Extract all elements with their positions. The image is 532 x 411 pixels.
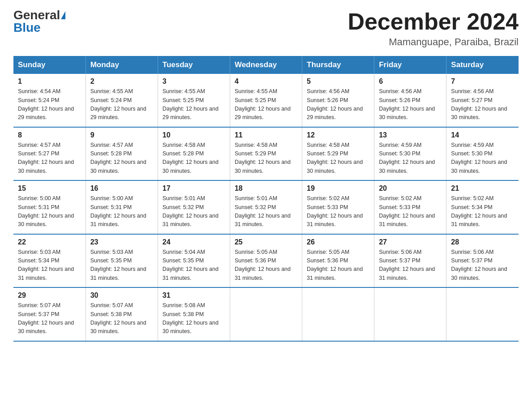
- day-cell: 16Sunrise: 5:00 AMSunset: 5:31 PMDayligh…: [86, 180, 158, 234]
- day-number: 6: [379, 77, 442, 86]
- day-cell: 24Sunrise: 5:04 AMSunset: 5:35 PMDayligh…: [158, 234, 230, 288]
- day-number: 10: [163, 131, 225, 139]
- day-info: Sunrise: 4:56 AMSunset: 5:27 PMDaylight:…: [451, 87, 514, 122]
- day-info: Sunrise: 5:01 AMSunset: 5:32 PMDaylight:…: [163, 194, 225, 229]
- day-cell: 8Sunrise: 4:57 AMSunset: 5:27 PMDaylight…: [13, 127, 86, 181]
- day-info: Sunrise: 5:06 AMSunset: 5:37 PMDaylight:…: [451, 248, 514, 283]
- day-number: 31: [163, 291, 225, 300]
- day-info: Sunrise: 4:55 AMSunset: 5:25 PMDaylight:…: [163, 87, 225, 122]
- day-info: Sunrise: 5:04 AMSunset: 5:35 PMDaylight:…: [163, 248, 225, 283]
- day-number: 24: [163, 238, 225, 246]
- day-cell: [302, 287, 374, 341]
- day-number: 23: [90, 238, 153, 246]
- day-cell: 31Sunrise: 5:08 AMSunset: 5:38 PMDayligh…: [158, 287, 230, 341]
- week-row-5: 29Sunrise: 5:07 AMSunset: 5:37 PMDayligh…: [13, 287, 519, 341]
- page-header: General Blue December 2024 Mamanguape, P…: [13, 9, 519, 48]
- day-number: 9: [90, 131, 153, 139]
- day-number: 29: [18, 291, 81, 300]
- day-info: Sunrise: 4:55 AMSunset: 5:24 PMDaylight:…: [90, 87, 153, 122]
- day-number: 13: [379, 131, 442, 139]
- day-cell: 13Sunrise: 4:59 AMSunset: 5:30 PMDayligh…: [374, 127, 446, 181]
- day-number: 17: [163, 184, 225, 193]
- day-cell: 17Sunrise: 5:01 AMSunset: 5:32 PMDayligh…: [158, 180, 230, 234]
- day-info: Sunrise: 5:02 AMSunset: 5:33 PMDaylight:…: [379, 194, 442, 229]
- day-info: Sunrise: 4:55 AMSunset: 5:25 PMDaylight:…: [235, 87, 297, 122]
- day-number: 8: [18, 131, 81, 139]
- day-cell: 1Sunrise: 4:54 AMSunset: 5:24 PMDaylight…: [13, 74, 86, 127]
- calendar-body: 1Sunrise: 4:54 AMSunset: 5:24 PMDaylight…: [13, 74, 519, 341]
- logo-general-text: General: [13, 9, 60, 21]
- day-info: Sunrise: 5:08 AMSunset: 5:38 PMDaylight:…: [163, 301, 225, 336]
- day-cell: 22Sunrise: 5:03 AMSunset: 5:34 PMDayligh…: [13, 234, 86, 288]
- day-info: Sunrise: 4:58 AMSunset: 5:28 PMDaylight:…: [163, 141, 225, 176]
- column-header-wednesday: Wednesday: [230, 56, 302, 74]
- day-info: Sunrise: 5:07 AMSunset: 5:37 PMDaylight:…: [18, 301, 81, 336]
- day-cell: 23Sunrise: 5:03 AMSunset: 5:35 PMDayligh…: [86, 234, 158, 288]
- day-cell: 11Sunrise: 4:58 AMSunset: 5:29 PMDayligh…: [230, 127, 302, 181]
- day-info: Sunrise: 4:57 AMSunset: 5:28 PMDaylight:…: [90, 141, 153, 176]
- day-cell: 20Sunrise: 5:02 AMSunset: 5:33 PMDayligh…: [374, 180, 446, 234]
- day-info: Sunrise: 4:59 AMSunset: 5:30 PMDaylight:…: [451, 141, 514, 176]
- day-cell: 7Sunrise: 4:56 AMSunset: 5:27 PMDaylight…: [446, 74, 519, 127]
- day-cell: 15Sunrise: 5:00 AMSunset: 5:31 PMDayligh…: [13, 180, 86, 234]
- day-number: 22: [18, 238, 81, 246]
- day-cell: 30Sunrise: 5:07 AMSunset: 5:38 PMDayligh…: [86, 287, 158, 341]
- day-cell: 12Sunrise: 4:58 AMSunset: 5:29 PMDayligh…: [302, 127, 374, 181]
- column-header-friday: Friday: [374, 56, 446, 74]
- day-cell: 18Sunrise: 5:01 AMSunset: 5:32 PMDayligh…: [230, 180, 302, 234]
- day-cell: [374, 287, 446, 341]
- day-cell: 5Sunrise: 4:56 AMSunset: 5:26 PMDaylight…: [302, 74, 374, 127]
- day-number: 14: [451, 131, 514, 139]
- day-number: 3: [163, 77, 225, 86]
- logo-blue-text: Blue: [13, 21, 41, 34]
- logo-triangle-icon: [61, 11, 65, 19]
- location-subtitle: Mamanguape, Paraiba, Brazil: [348, 36, 519, 48]
- header-row: SundayMondayTuesdayWednesdayThursdayFrid…: [13, 56, 519, 74]
- day-number: 27: [379, 238, 442, 246]
- week-row-1: 1Sunrise: 4:54 AMSunset: 5:24 PMDaylight…: [13, 74, 519, 127]
- day-info: Sunrise: 5:05 AMSunset: 5:36 PMDaylight:…: [235, 248, 297, 283]
- column-header-thursday: Thursday: [302, 56, 374, 74]
- day-info: Sunrise: 5:07 AMSunset: 5:38 PMDaylight:…: [90, 301, 153, 336]
- day-number: 15: [18, 184, 81, 193]
- day-number: 11: [235, 131, 297, 139]
- column-header-monday: Monday: [86, 56, 158, 74]
- day-cell: 26Sunrise: 5:05 AMSunset: 5:36 PMDayligh…: [302, 234, 374, 288]
- day-cell: 6Sunrise: 4:56 AMSunset: 5:26 PMDaylight…: [374, 74, 446, 127]
- day-info: Sunrise: 5:03 AMSunset: 5:34 PMDaylight:…: [18, 248, 81, 283]
- day-number: 26: [307, 238, 369, 246]
- day-cell: 29Sunrise: 5:07 AMSunset: 5:37 PMDayligh…: [13, 287, 86, 341]
- column-header-saturday: Saturday: [446, 56, 519, 74]
- day-cell: 25Sunrise: 5:05 AMSunset: 5:36 PMDayligh…: [230, 234, 302, 288]
- day-number: 21: [451, 184, 514, 193]
- day-info: Sunrise: 4:57 AMSunset: 5:27 PMDaylight:…: [18, 141, 81, 176]
- day-info: Sunrise: 5:00 AMSunset: 5:31 PMDaylight:…: [90, 194, 153, 229]
- day-number: 2: [90, 77, 153, 86]
- day-cell: 28Sunrise: 5:06 AMSunset: 5:37 PMDayligh…: [446, 234, 519, 288]
- day-info: Sunrise: 4:59 AMSunset: 5:30 PMDaylight:…: [379, 141, 442, 176]
- week-row-4: 22Sunrise: 5:03 AMSunset: 5:34 PMDayligh…: [13, 234, 519, 288]
- day-info: Sunrise: 5:02 AMSunset: 5:33 PMDaylight:…: [307, 194, 369, 229]
- day-info: Sunrise: 5:03 AMSunset: 5:35 PMDaylight:…: [90, 248, 153, 283]
- day-number: 30: [90, 291, 153, 300]
- day-cell: 2Sunrise: 4:55 AMSunset: 5:24 PMDaylight…: [86, 74, 158, 127]
- day-cell: 3Sunrise: 4:55 AMSunset: 5:25 PMDaylight…: [158, 74, 230, 127]
- day-info: Sunrise: 5:01 AMSunset: 5:32 PMDaylight:…: [235, 194, 297, 229]
- month-title: December 2024: [348, 9, 519, 34]
- day-number: 1: [18, 77, 81, 86]
- day-number: 12: [307, 131, 369, 139]
- day-number: 7: [451, 77, 514, 86]
- day-cell: 9Sunrise: 4:57 AMSunset: 5:28 PMDaylight…: [86, 127, 158, 181]
- calendar-table: SundayMondayTuesdayWednesdayThursdayFrid…: [13, 56, 519, 342]
- day-number: 5: [307, 77, 369, 86]
- week-row-3: 15Sunrise: 5:00 AMSunset: 5:31 PMDayligh…: [13, 180, 519, 234]
- day-number: 18: [235, 184, 297, 193]
- day-number: 4: [235, 77, 297, 86]
- day-cell: 21Sunrise: 5:02 AMSunset: 5:34 PMDayligh…: [446, 180, 519, 234]
- day-info: Sunrise: 5:05 AMSunset: 5:36 PMDaylight:…: [307, 248, 369, 283]
- day-number: 19: [307, 184, 369, 193]
- day-cell: 4Sunrise: 4:55 AMSunset: 5:25 PMDaylight…: [230, 74, 302, 127]
- day-number: 28: [451, 238, 514, 246]
- day-cell: 10Sunrise: 4:58 AMSunset: 5:28 PMDayligh…: [158, 127, 230, 181]
- logo: General Blue: [13, 9, 65, 34]
